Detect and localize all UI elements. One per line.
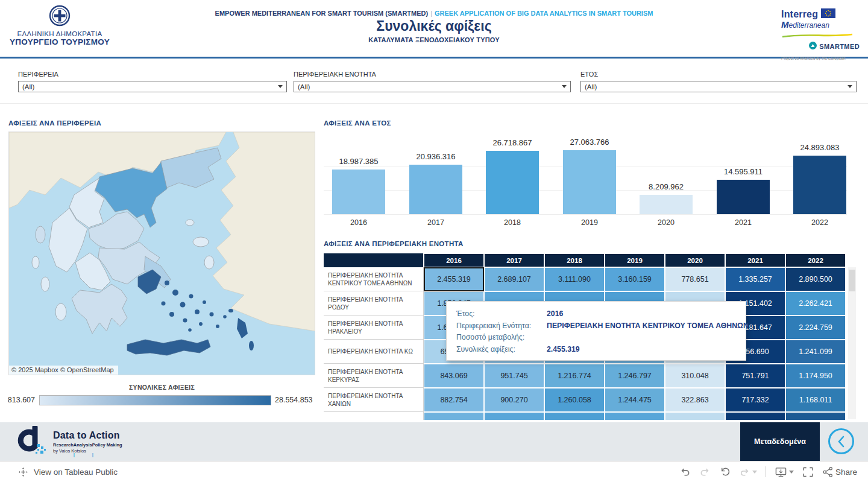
table-cell-2022[interactable]: 1.174.950 — [785, 364, 846, 388]
table-cell-2022[interactable]: 1.241.099 — [785, 340, 846, 364]
column-header-2018: 2018 — [544, 253, 605, 267]
legend-max-value: 28.554.853 — [275, 396, 313, 404]
table-cell-2018[interactable] — [544, 412, 605, 420]
table-cell-2021[interactable]: 751.791 — [725, 364, 785, 388]
table-cell-2020[interactable] — [665, 412, 725, 420]
filter-bar: ΠΕΡΙΦΕΡΕΙΑ (All) ΠΕΡΙΦΕΡΕΙΑΚΗ ΕΝΟΤΗΤΑ (A… — [0, 60, 868, 104]
island-limnos — [186, 220, 194, 226]
table-corner-cell — [324, 253, 424, 267]
tableau-logo-icon — [18, 467, 28, 477]
year-bar-2020[interactable] — [640, 195, 693, 214]
metadata-button[interactable]: Μεταδεδομένα — [740, 422, 820, 461]
table-cell-2022[interactable] — [785, 412, 846, 420]
color-legend-gradient — [39, 395, 271, 405]
chevron-down-icon — [562, 85, 567, 88]
year-bar-2016[interactable] — [332, 170, 385, 214]
fullscreen-button[interactable] — [802, 466, 814, 478]
table-cell-2020[interactable]: 310.048 — [665, 364, 725, 388]
table-cell-2016[interactable]: 843.069 — [424, 364, 484, 388]
year-bar-2017[interactable] — [409, 165, 462, 214]
data-tooltip: Έτος:2016 Περιφερειακή Ενότητα:ΠΕΡΙΦΕΡΕΙ… — [446, 301, 746, 361]
project-name: EMPOWER MEDITERRANEAN FOR SMART TOURISM … — [215, 10, 429, 17]
table-cell-2021[interactable]: 717.332 — [725, 388, 785, 412]
tooltip-unit-value: ΠΕΡΙΦΕΡΕΙΑΚΗ ΕΝΟΤΗΤΑ ΚΕΝΤΡΙΚΟΥ ΤΟΜΕΑ ΑΘΗ… — [547, 320, 749, 332]
ministry-logo: ΕΛΛΗΝΙΚΗ ΔΗΜΟΚΡΑΤΙΑ ΥΠΟΥΡΓΕΙΟ ΤΟΥΡΙΣΜΟΥ — [8, 5, 111, 46]
table-cell-2022[interactable]: 2.224.759 — [785, 316, 846, 340]
chevron-down-icon — [789, 471, 794, 474]
tooltip-total-value: 2.455.319 — [547, 344, 580, 356]
greece-map[interactable]: © 2025 Mapbox © OpenStreetMap — [8, 132, 315, 375]
table-cell-2016[interactable] — [424, 412, 484, 420]
table-cell-2022[interactable]: 2.890.500 — [785, 267, 846, 291]
column-header-2016: 2016 — [424, 253, 484, 267]
redo-button[interactable] — [699, 466, 711, 478]
island-kefalonia — [41, 277, 49, 291]
x-axis-label-2017: 2017 — [406, 218, 466, 227]
interreg-logo: Interreg Mediterranean — [781, 8, 860, 67]
table-cell-2017[interactable]: 951.745 — [484, 364, 544, 388]
share-button[interactable]: Share — [822, 466, 857, 478]
reset-button[interactable] — [719, 466, 731, 478]
filter-regional-unit-value: (All) — [298, 83, 310, 90]
header: ΕΛΛΗΝΙΚΗ ΔΗΜΟΚΡΑΤΙΑ ΥΠΟΥΡΓΕΙΟ ΤΟΥΡΙΣΜΟΥ … — [0, 0, 868, 59]
chevron-left-icon — [835, 435, 848, 448]
scrollbar-thumb[interactable] — [849, 270, 855, 291]
table-cell-2021[interactable] — [725, 412, 785, 420]
green-swoosh-icon — [781, 33, 854, 38]
share-label: Share — [835, 468, 857, 477]
table-cell-2016[interactable]: 882.754 — [424, 388, 484, 412]
tooltip-change-label: Ποσοστό μεταβολής: — [456, 332, 547, 344]
row-label — [324, 412, 424, 420]
view-on-tableau[interactable]: View on Tableau Public — [18, 467, 118, 477]
column-header-2020: 2020 — [665, 253, 725, 267]
table-cell-2020[interactable]: 778.651 — [665, 267, 725, 291]
island-zakynthos — [55, 303, 66, 320]
table-cell-2022[interactable]: 2.262.421 — [785, 291, 846, 316]
interreg-brand: Interreg — [781, 9, 818, 20]
x-axis-label-2022: 2022 — [790, 218, 850, 227]
ministry-line1: ΕΛΛΗΝΙΚΗ ΔΗΜΟΚΡΑΤΙΑ — [8, 30, 111, 37]
previous-page-button[interactable] — [828, 428, 854, 454]
table-cell-2019[interactable]: 1.244.475 — [605, 388, 665, 412]
table-cell-2020[interactable]: 322.863 — [665, 388, 725, 412]
row-label: ΠΕΡΙΦΕΡΕΙΑΚΗ ΕΝΟΤΗΤΑ ΚΕΝΤΡΙΚΟΥ ΤΟΜΕΑ ΑΘΗ… — [324, 267, 424, 291]
island-lesvos — [193, 237, 209, 247]
table-row: ΠΕΡΙΦΕΡΕΙΑΚΗ ΕΝΟΤΗΤΑ ΚΕΡΚΥΡΑΣ843.069951.… — [324, 364, 847, 388]
tooltip-unit-label: Περιφερειακή Ενότητα: — [456, 320, 547, 332]
table-cell-2021[interactable]: 1.335.257 — [725, 267, 785, 291]
bar-chart-x-axis: 2016201720182019202020212022 — [324, 218, 847, 229]
island-karpathos — [249, 341, 254, 350]
table-cell-2018[interactable]: 1.216.774 — [544, 364, 605, 388]
filter-region-dropdown[interactable]: (All) — [18, 81, 287, 92]
year-bar-2021[interactable] — [717, 180, 770, 214]
table-cell-2018[interactable]: 3.111.090 — [544, 267, 605, 291]
table-cell-2022[interactable]: 1.168.011 — [785, 388, 846, 412]
table-cell-2019[interactable] — [605, 412, 665, 420]
year-bar-2022[interactable] — [793, 156, 846, 214]
table-cell-2018[interactable]: 1.260.058 — [544, 388, 605, 412]
table-cell-2016[interactable]: 2.455.319 — [424, 267, 484, 291]
page-subtitle: ΚΑΤΑΛΥΜΑΤΑ ΞΕΝΟΔΟΧΕΙΑΚΟΥ ΤΥΠΟΥ — [181, 36, 687, 43]
table-cell-2019[interactable]: 3.160.159 — [605, 267, 665, 291]
table-cell-2017[interactable]: 900.270 — [484, 388, 544, 412]
row-label: ΠΕΡΙΦΕΡΕΙΑΚΗ ΕΝΟΤΗΤΑ ΧΑΝΙΩΝ — [324, 388, 424, 412]
x-axis-label-2018: 2018 — [482, 218, 542, 227]
undo-button[interactable] — [679, 466, 691, 478]
table-cell-2017[interactable]: 2.689.107 — [484, 267, 544, 291]
download-button[interactable] — [775, 466, 794, 478]
table-scrollbar[interactable] — [848, 267, 856, 419]
table-cell-2017[interactable] — [484, 412, 544, 420]
table-cell-2019[interactable]: 1.246.797 — [605, 364, 665, 388]
row-label: ΠΕΡΙΦΕΡΕΙΑΚΗ ΕΝΟΤΗΤΑ ΗΡΑΚΛΕΙΟΥ — [324, 316, 424, 340]
year-bar-2019[interactable] — [563, 150, 616, 214]
filter-regional-unit-dropdown[interactable]: (All) — [294, 81, 571, 92]
filter-year-dropdown[interactable]: (All) — [580, 81, 857, 92]
bar-value-label: 14.595.911 — [704, 167, 782, 176]
island-lefkada — [32, 256, 39, 268]
replay-button[interactable] — [739, 466, 757, 478]
column-header-2022: 2022 — [785, 253, 846, 267]
island-corfu — [36, 226, 45, 243]
smartmed-label: SMARTMED — [819, 43, 860, 50]
year-bar-2018[interactable] — [486, 151, 539, 214]
filter-region-label: ΠΕΡΙΦΕΡΕΙΑ — [18, 71, 287, 78]
